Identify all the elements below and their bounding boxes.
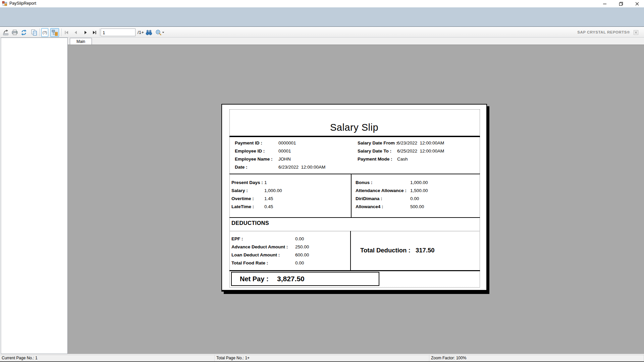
crystal-toolbar: (?)	[0, 27, 644, 38]
divider	[229, 174, 480, 174]
field-label: LateTime :	[231, 203, 254, 211]
report-viewer-area: Salary Slip Payment ID : 0000001 Employe…	[68, 45, 644, 354]
application-window: PaySlipReport	[0, 0, 644, 362]
status-zoom-factor: Zoom Factor: 100%	[429, 355, 644, 361]
field-label: EPF :	[231, 235, 243, 243]
toggle-group-tree-button[interactable]	[50, 28, 59, 37]
field-value: 317.50	[416, 245, 435, 255]
toolbar-separator	[99, 28, 100, 36]
last-page-icon	[92, 30, 97, 35]
field-value: 0.45	[264, 203, 273, 211]
page-number-input[interactable]	[101, 28, 136, 36]
close-button[interactable]	[631, 0, 643, 7]
copy-icon	[31, 29, 38, 36]
first-page-icon	[64, 30, 69, 35]
field-value: JOHN	[278, 155, 291, 163]
export-report-icon	[2, 29, 9, 36]
field-label: Salary :	[231, 187, 248, 195]
refresh-button[interactable]	[20, 29, 28, 36]
divider	[229, 270, 480, 271]
field-value: 0.00	[295, 235, 304, 243]
field-label: Salary Date To :	[358, 147, 391, 155]
field-label: Total Food Rate :	[231, 259, 268, 267]
field-value: 1.45	[264, 195, 273, 203]
copy-button[interactable]	[30, 29, 38, 36]
field-value: 00001	[278, 147, 291, 155]
export-report-button[interactable]	[2, 29, 9, 36]
divider	[351, 174, 352, 218]
field-label: Present Days :	[231, 179, 263, 187]
divider	[229, 217, 480, 218]
print-report-button[interactable]	[11, 29, 18, 36]
divider	[229, 136, 480, 137]
status-current-page: Current Page No.: 1	[0, 355, 215, 361]
previous-page-icon	[73, 30, 78, 35]
find-text-icon	[145, 29, 153, 36]
brand-label: SAP CRYSTAL REPORTS®	[577, 27, 630, 38]
find-text-button[interactable]	[145, 29, 153, 36]
field-value: 0.00	[295, 259, 304, 267]
field-value: 1	[264, 179, 267, 187]
total-deduction-row: Total Deduction : 317.50	[222, 245, 486, 255]
next-page-button[interactable]	[82, 29, 89, 36]
toggle-parameter-panel-icon: (?)	[43, 31, 47, 35]
field-label: Payment Mode :	[358, 155, 392, 163]
field-label: Bonus :	[356, 179, 372, 187]
page-total-label: /1+	[138, 27, 144, 38]
status-bar: Current Page No.: 1 Total Page No.: 1+ Z…	[0, 355, 644, 362]
toggle-group-tree-icon	[52, 29, 58, 36]
divider	[229, 231, 480, 231]
field-label: Date :	[235, 163, 248, 171]
net-pay-box: Net Pay : 3,827.50	[231, 272, 379, 286]
previous-page-button[interactable]	[72, 29, 79, 36]
field-value: 0.00	[410, 195, 419, 203]
field-label: Allowance4 :	[356, 203, 383, 211]
field-value: 6/23/2022 12:00:00AM	[397, 139, 444, 147]
field-label: DiriDimana :	[356, 195, 382, 203]
report-tab-strip: Main Report	[68, 38, 644, 45]
first-page-button[interactable]	[63, 29, 70, 36]
field-value: 500.00	[410, 203, 424, 211]
deductions-heading: DEDUCTIONS	[231, 220, 269, 226]
refresh-icon	[20, 29, 27, 36]
app-icon	[2, 1, 7, 6]
next-page-icon	[83, 30, 88, 35]
brand-close-icon	[634, 30, 638, 35]
toggle-parameter-panel-button[interactable]: (?)	[41, 28, 48, 37]
window-title: PaySlipReport	[9, 1, 36, 6]
net-pay-value: 3,827.50	[277, 273, 305, 285]
toolbar-separator	[40, 28, 40, 36]
field-label: Employee ID :	[235, 147, 265, 155]
field-label: Total Deduction :	[360, 245, 411, 255]
toolbar-separator	[61, 28, 62, 36]
minimize-button[interactable]	[599, 0, 610, 7]
field-value: 6/25/2022 12:00:00AM	[397, 147, 444, 155]
field-label: Salary Date From :	[358, 139, 397, 147]
form-header-band	[0, 7, 644, 27]
report-page: Salary Slip Payment ID : 0000001 Employe…	[221, 104, 487, 292]
field-label: Attendance Allowance :	[356, 187, 407, 195]
field-value: 1,000.00	[410, 179, 428, 187]
field-label: Payment ID :	[235, 139, 262, 147]
brand-close-button[interactable]	[634, 30, 638, 35]
title-bar: PaySlipReport	[0, 0, 644, 7]
field-label: Overtime :	[231, 195, 254, 203]
restore-button[interactable]	[615, 0, 627, 7]
status-total-page: Total Page No.: 1+	[215, 355, 429, 361]
zoom-button[interactable]	[154, 29, 165, 36]
tab-main-report[interactable]: Main Report	[70, 38, 92, 45]
net-pay-label: Net Pay :	[240, 273, 269, 285]
field-value: 6/23/2022 12:00:00AM	[278, 163, 325, 171]
group-tree-panel[interactable]	[1, 38, 68, 354]
field-value: 1,500.00	[410, 187, 428, 195]
print-report-icon	[11, 29, 18, 36]
field-label: Employee Name :	[235, 155, 273, 163]
zoom-dropdown-arrow-icon	[162, 32, 164, 33]
field-value: 0000001	[278, 139, 296, 147]
report-title: Salary Slip	[222, 122, 486, 133]
last-page-button[interactable]	[91, 29, 98, 36]
field-value: Cash	[397, 155, 408, 163]
field-value: 1,000.00	[264, 187, 282, 195]
zoom-icon	[155, 29, 165, 36]
